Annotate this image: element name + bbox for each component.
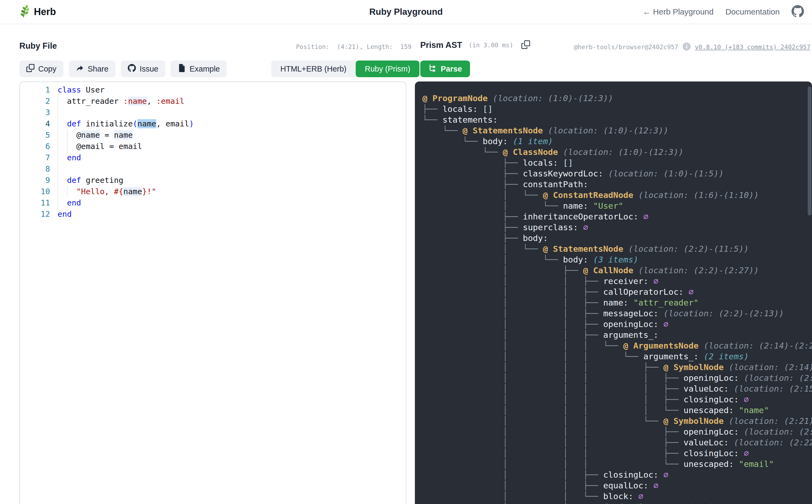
ast-panel[interactable]: @ ProgramNode (location: (1:0)-(12:3))├─…: [415, 81, 812, 504]
ast-segment: @ SymbolNode: [664, 362, 724, 372]
ast-segment: openingLoc:: [684, 373, 744, 383]
code-token: , email: [156, 119, 189, 128]
ast-segment: │ │ │ ├──: [423, 362, 664, 372]
toggle-ruby-prism[interactable]: Ruby (Prism): [356, 61, 420, 77]
ast-line: @ ProgramNode (location: (1:0)-(12:3)): [423, 93, 812, 104]
ast-line: │ │ ├── receiver: ∅: [423, 276, 812, 286]
github-issue-icon: [128, 64, 136, 74]
ast-segment: │ │ │ │ └──: [423, 405, 684, 415]
ast-line: ├── superclass: ∅: [423, 222, 812, 233]
ast-segment: (location: (2:2)-(11:5)): [623, 244, 749, 254]
code-editor[interactable]: 1class User2 attr_reader :name, :email34…: [20, 82, 406, 220]
ast-segment: │ │ │ │ ├──: [423, 395, 684, 404]
line-number: 8: [20, 163, 50, 175]
ast-segment: closingLoc:: [603, 470, 664, 480]
ast-segment: ├──: [423, 158, 523, 168]
ast-segment: @ SymbolNode: [664, 416, 724, 426]
indent-guide: [67, 129, 68, 152]
ast-line: │ ├── @ DefNode (location: (4:2)-(7:5)): [423, 502, 812, 504]
ast-segment: (location: (2:14)-(2:26)): [699, 341, 812, 350]
editor-toolbar: Copy Share Issue: [19, 61, 227, 77]
line-number: 9: [20, 175, 50, 186]
code-token: end: [67, 198, 81, 207]
code-token: =: [100, 130, 114, 140]
ast-segment: ∅: [643, 212, 648, 221]
info-icon[interactable]: [683, 42, 691, 52]
copy-ast-icon[interactable]: [522, 40, 530, 50]
ast-line: │ │ │ ├── closingLoc: ∅: [423, 448, 812, 459]
ast-line: └── @ ClassNode (location: (1:0)-(12:3)): [423, 147, 812, 157]
ast-segment: │ │ │ └──: [423, 341, 623, 350]
ast-segment: (location: (2:2)-(2:27)): [633, 265, 759, 275]
code-line-content: "Hello, #{name}!": [58, 186, 156, 197]
ast-segment: callOperatorLoc:: [603, 287, 689, 297]
ast-segment: closingLoc:: [684, 448, 744, 458]
copy-icon: [26, 64, 34, 74]
line-number: 7: [20, 152, 50, 163]
code-token: :: [123, 97, 128, 106]
code-line-content: end: [58, 197, 81, 208]
documentation-link[interactable]: Documentation: [725, 7, 780, 16]
ast-segment: ├──: [423, 212, 523, 221]
ast-line: │ │ │ └── unescaped: "email": [423, 459, 812, 469]
line-number: 4: [20, 118, 50, 129]
code-token: end: [58, 210, 72, 219]
code-editor-panel[interactable]: 1class User2 attr_reader :name, :email34…: [19, 81, 406, 504]
ast-segment: @ StatementsNode: [463, 126, 543, 135]
ast-segment: (location: (1:0)-(12:3)): [488, 93, 614, 103]
file-icon: [178, 64, 186, 74]
herb-logo[interactable]: Herb: [17, 5, 56, 19]
parse-tree-icon: [428, 64, 437, 74]
toggle-html-erb[interactable]: HTML+ERB (Herb): [271, 61, 356, 77]
ast-line: │ └── body: (3 items): [423, 254, 812, 265]
code-token: [58, 176, 67, 185]
ast-segment: └──: [423, 147, 503, 157]
ast-scrollbar-thumb[interactable]: [808, 86, 811, 215]
ast-segment: []: [563, 158, 573, 168]
example-button[interactable]: Example: [171, 61, 227, 77]
code-token: name: [81, 130, 100, 140]
ast-segment: │ │ └──: [423, 491, 603, 501]
ast-line: │ │ ├── messageLoc: (location: (2:2)-(2:…: [423, 308, 812, 319]
version-link[interactable]: v0.8.10 (+183 commits) 2402c957: [695, 44, 810, 51]
code-line-content: end: [58, 208, 72, 220]
ast-segment: └──: [423, 126, 463, 135]
ast-segment: ∅: [664, 319, 669, 329]
ast-segment: │ └──: [423, 201, 563, 211]
issue-button[interactable]: Issue: [121, 61, 165, 77]
back-to-playground-link[interactable]: ← Herb Playground: [643, 7, 714, 16]
ast-segment: block:: [603, 491, 639, 501]
ast-segment: │ │ │ ├──: [423, 448, 684, 458]
github-icon[interactable]: [792, 5, 804, 19]
ast-segment: "name": [739, 405, 769, 415]
ast-segment: statements:: [443, 115, 498, 125]
parse-button[interactable]: Parse: [420, 61, 470, 77]
code-token: ,: [147, 97, 156, 106]
ast-segment: valueLoc:: [684, 384, 734, 393]
ast-segment: receiver:: [603, 276, 654, 286]
ast-line: ├── constantPath:: [423, 179, 812, 190]
ast-segment: (location: (2:14)-(2:19)): [724, 362, 812, 372]
copy-button[interactable]: Copy: [19, 61, 63, 77]
code-line-content: end: [58, 152, 81, 163]
ast-segment: │ └──: [423, 255, 563, 264]
code-line-content: class User: [58, 84, 105, 95]
code-token: greeting: [81, 176, 123, 185]
code-line: 1class User: [20, 84, 406, 95]
ast-segment: openingLoc:: [684, 427, 744, 436]
ast-segment: ∅: [639, 491, 644, 501]
share-button[interactable]: Share: [69, 61, 115, 77]
ast-segment: inheritanceOperatorLoc:: [523, 212, 643, 221]
ast-line: │ │ ├── equalLoc: ∅: [423, 480, 812, 491]
ast-segment: (location: (4:2)-(7:5)): [628, 502, 749, 504]
ast-line: │ │ ├── openingLoc: ∅: [423, 319, 812, 329]
code-token: ): [189, 119, 194, 128]
code-token: [58, 119, 67, 128]
code-token: initialize: [81, 119, 133, 128]
ast-segment: │ │ │ ├──: [423, 438, 684, 447]
code-token: [58, 153, 67, 162]
example-button-label: Example: [189, 65, 220, 73]
prism-ast-header: Prism AST (in 3.00 ms): [420, 40, 530, 50]
code-line-content: attr_reader :name, :email: [58, 95, 184, 107]
ast-segment: │ │ ├──: [423, 481, 603, 490]
